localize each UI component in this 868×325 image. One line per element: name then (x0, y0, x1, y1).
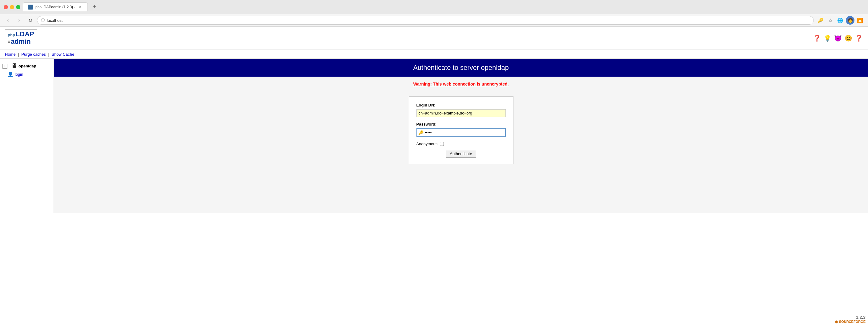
sidebar: + 🖥 openldap 👤 login (0, 59, 54, 213)
minimize-button[interactable] (10, 5, 14, 9)
profile-button[interactable]: 🧑 (846, 16, 855, 25)
sidebar-login-label: login (15, 72, 23, 77)
authenticate-button[interactable]: Authenticate (446, 150, 476, 158)
server-icon: 🖥 (11, 63, 17, 70)
server-name: openldap (19, 64, 36, 68)
warning-text: Warning: This web connection is unencryp… (54, 77, 868, 91)
app-header: php LDAP ⊞ admin ❓ 💡 😈 😊 ❓ (0, 27, 868, 50)
authenticate-button-container: Authenticate (416, 150, 506, 158)
version-number: 1.2.3 (856, 315, 866, 320)
reload-button[interactable]: ↻ (26, 16, 34, 25)
forward-button[interactable]: › (15, 16, 23, 25)
nav-bar: Home | Purge caches | Show Cache (0, 50, 868, 59)
login-dn-label: Login DN: (416, 103, 506, 107)
purge-caches-link[interactable]: Purge caches (21, 52, 46, 57)
sourceforge-logo: ◉ SOURCEFORGE (835, 320, 866, 324)
page-footer: 1.2.3 ◉ SOURCEFORGE (833, 314, 868, 325)
sidebar-expand-button[interactable]: + (2, 64, 7, 69)
password-wrapper: 🔑 (416, 128, 506, 137)
version-text: 1.2.3 (835, 315, 866, 320)
nav-separator-1: | (18, 52, 19, 57)
sidebar-item-login[interactable]: 👤 login (0, 71, 54, 78)
anonymous-checkbox[interactable] (440, 142, 444, 146)
login-box: Login DN: Password: 🔑 Anonymous (409, 96, 514, 164)
home-link[interactable]: Home (5, 52, 16, 57)
extension-button[interactable]: 🌐 (836, 16, 845, 25)
password-label: Password: (416, 122, 506, 127)
smile-icon[interactable]: 😊 (844, 34, 852, 42)
show-cache-link[interactable]: Show Cache (52, 52, 74, 57)
auth-header-text: Authenticate to server openldap (413, 64, 509, 71)
address-info-icon: ⓘ (41, 18, 45, 23)
update-button[interactable]: 🔼 (856, 16, 864, 25)
address-input[interactable]: ⓘ localhost (37, 16, 814, 25)
question-icon[interactable]: ❓ (855, 34, 863, 42)
login-form-container: Login DN: Password: 🔑 Anonymous (54, 91, 868, 169)
browser-tools: 🔑 ☆ 🌐 🧑 🔼 (816, 16, 864, 25)
login-icon: 👤 (7, 71, 13, 77)
bulb-icon[interactable]: 💡 (823, 34, 832, 42)
close-button[interactable] (4, 5, 8, 9)
address-bar: ‹ › ↻ ⓘ localhost 🔑 ☆ 🌐 🧑 🔼 (0, 14, 868, 27)
header-icons: ❓ 💡 😈 😊 ❓ (812, 34, 863, 42)
window-controls (4, 5, 20, 9)
login-dn-input[interactable] (416, 109, 506, 117)
key-button[interactable]: 🔑 (816, 16, 825, 25)
app-logo: php LDAP ⊞ admin (5, 29, 37, 47)
tab-close-button[interactable]: × (78, 5, 83, 9)
tab-title: phpLDAPadmin (1.2.3) - (35, 5, 75, 9)
browser-tab[interactable]: L phpLDAPadmin (1.2.3) - × (23, 2, 88, 11)
logo-admin: admin (11, 37, 31, 45)
star-button[interactable]: ☆ (826, 16, 835, 25)
sidebar-server: 🖥 openldap (9, 61, 39, 71)
warning-label: Warning: This web connection is unencryp… (413, 82, 509, 87)
back-button[interactable]: ‹ (4, 16, 12, 25)
maximize-button[interactable] (16, 5, 20, 9)
help-icon[interactable]: ❓ (812, 34, 821, 42)
page-content: php LDAP ⊞ admin ❓ 💡 😈 😊 ❓ Home | Purge … (0, 27, 868, 325)
content-area: Authenticate to server openldap Warning:… (54, 59, 868, 213)
password-key-icon: 🔑 (418, 130, 424, 135)
new-tab-button[interactable]: + (90, 4, 99, 10)
login-dn-group: Login DN: (416, 103, 506, 117)
auth-header-banner: Authenticate to server openldap (54, 59, 868, 77)
devil-icon[interactable]: 😈 (834, 34, 842, 42)
password-input[interactable] (424, 130, 504, 135)
password-group: Password: 🔑 (416, 122, 506, 137)
tab-favicon: L (28, 5, 33, 9)
logo-ldap: LDAP (16, 31, 34, 37)
anonymous-label: Anonymous (416, 141, 438, 146)
title-bar: L phpLDAPadmin (1.2.3) - × + (0, 0, 868, 14)
address-text: localhost (47, 18, 63, 23)
logo-php: php (8, 33, 15, 37)
main-layout: + 🖥 openldap 👤 login Authenticate to ser… (0, 59, 868, 213)
anonymous-row: Anonymous (416, 141, 506, 146)
browser-chrome: L phpLDAPadmin (1.2.3) - × + ‹ › ↻ ⓘ loc… (0, 0, 868, 27)
nav-separator-2: | (48, 52, 49, 57)
